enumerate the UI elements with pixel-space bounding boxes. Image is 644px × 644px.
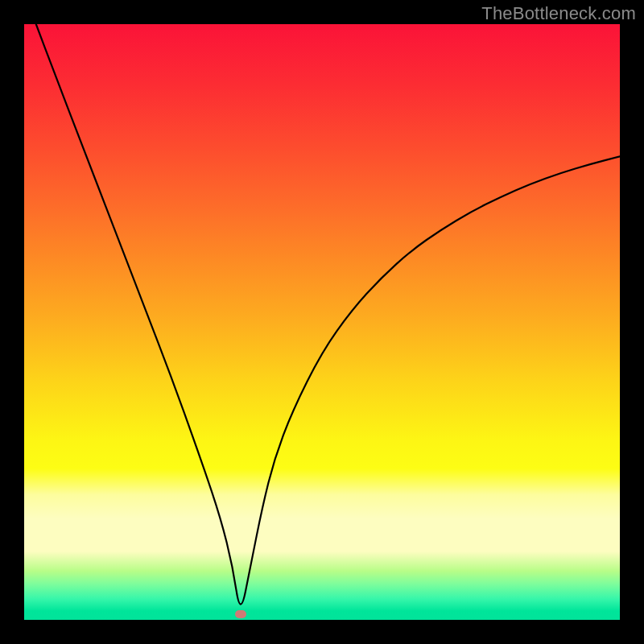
bottleneck-curve (24, 24, 620, 620)
chart-frame: TheBottleneck.com (0, 0, 644, 644)
plot-area (24, 24, 620, 620)
balance-point-marker (235, 610, 246, 618)
watermark-text: TheBottleneck.com (481, 3, 636, 24)
